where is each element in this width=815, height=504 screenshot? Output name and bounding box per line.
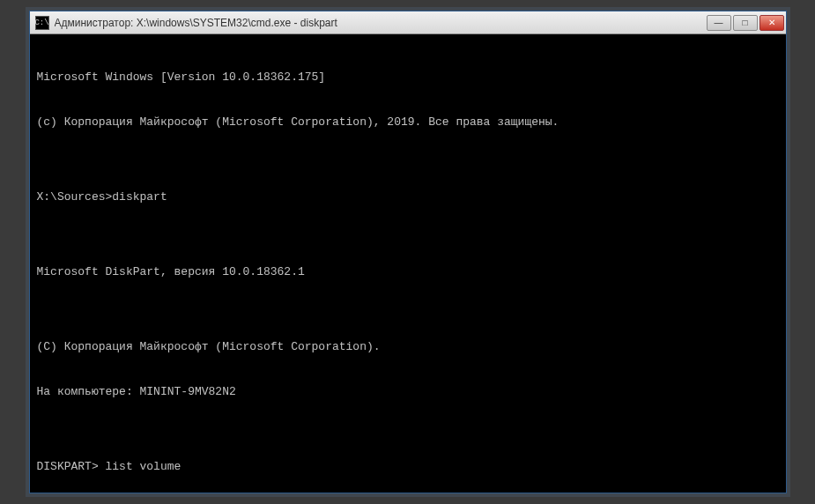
output-line: X:\Sources>diskpart [37, 189, 779, 204]
titlebar-text: Администратор: X:\windows\SYSTEM32\cmd.e… [55, 17, 707, 29]
close-button[interactable]: ✕ [759, 15, 784, 31]
maximize-button[interactable]: □ [733, 15, 758, 31]
minimize-button[interactable]: — [707, 15, 731, 31]
output-line: Microsoft Windows [Version 10.0.18362.17… [37, 70, 779, 85]
terminal-area[interactable]: Microsoft Windows [Version 10.0.18362.17… [30, 34, 786, 493]
window-controls: — □ ✕ [707, 15, 784, 31]
output-line: (C) Корпорация Майкрософт (Microsoft Cor… [37, 339, 779, 354]
titlebar[interactable]: C:\ Администратор: X:\windows\SYSTEM32\c… [30, 11, 786, 34]
cmd-icon: C:\ [35, 16, 49, 30]
output-line: На компьютере: MININT-9MV82N2 [37, 384, 779, 399]
output-line: DISKPART> list volume [37, 459, 779, 474]
output-line: (c) Корпорация Майкрософт (Microsoft Cor… [37, 115, 779, 130]
cmd-window: C:\ Администратор: X:\windows\SYSTEM32\c… [29, 11, 787, 493]
output-line: Microsoft DiskPart, версия 10.0.18362.1 [37, 264, 779, 279]
